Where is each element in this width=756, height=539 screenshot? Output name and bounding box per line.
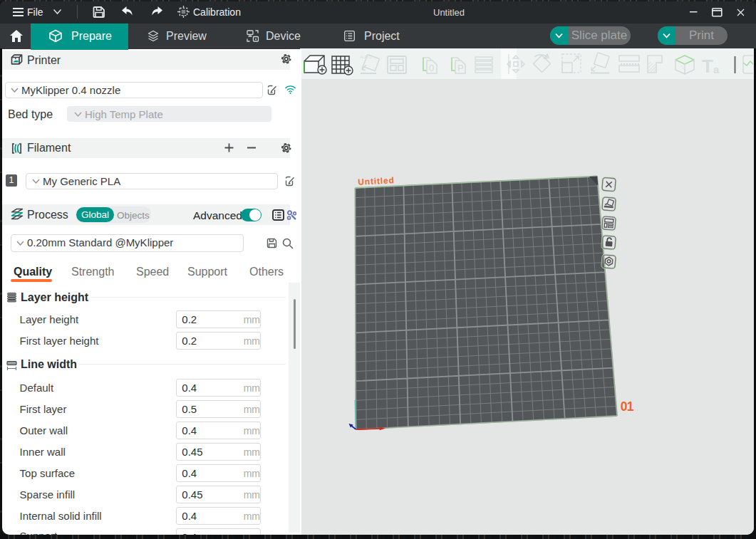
svg-text:P: P <box>457 63 464 73</box>
svg-text:Untitled: Untitled <box>358 175 395 187</box>
svg-text:0: 0 <box>429 63 434 73</box>
svg-text:a: a <box>713 63 720 75</box>
svg-text:T: T <box>702 56 713 77</box>
svg-text:AUTO: AUTO <box>360 55 372 59</box>
svg-text:01: 01 <box>621 399 634 414</box>
